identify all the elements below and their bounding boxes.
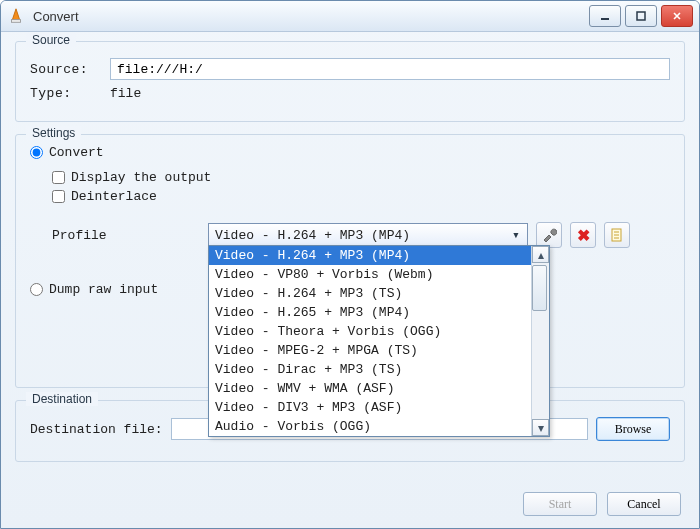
profile-selected: Video - H.264 + MP3 (MP4): [215, 228, 410, 243]
profile-dropdown: Video - H.264 + MP3 (MP4) Video - VP80 +…: [208, 245, 550, 437]
delete-profile-button[interactable]: ✖: [570, 222, 596, 248]
minimize-button[interactable]: [589, 5, 621, 27]
dropdown-scrollbar[interactable]: ▴ ▾: [531, 246, 549, 436]
convert-radio-input[interactable]: [30, 146, 43, 159]
new-doc-icon: [609, 227, 625, 243]
maximize-button[interactable]: [625, 5, 657, 27]
scroll-up-icon[interactable]: ▴: [532, 246, 549, 263]
new-profile-button[interactable]: [604, 222, 630, 248]
window-title: Convert: [33, 9, 79, 24]
profile-option[interactable]: Video - H.264 + MP3 (TS): [209, 284, 532, 303]
scroll-down-icon[interactable]: ▾: [532, 419, 549, 436]
convert-radio-label: Convert: [49, 145, 104, 160]
browse-button[interactable]: Browse: [596, 417, 670, 441]
delete-x-icon: ✖: [577, 226, 590, 245]
source-group: Source Source: Type: file: [15, 41, 685, 122]
profile-option[interactable]: Video - H.264 + MP3 (MP4): [209, 246, 532, 265]
cancel-button[interactable]: Cancel: [607, 492, 681, 516]
profile-option[interactable]: Audio - Vorbis (OGG): [209, 417, 532, 436]
profile-option[interactable]: Video - WMV + WMA (ASF): [209, 379, 532, 398]
profile-option[interactable]: Video - MPEG-2 + MPGA (TS): [209, 341, 532, 360]
destination-file-label: Destination file:: [30, 422, 163, 437]
settings-legend: Settings: [26, 126, 81, 140]
close-button[interactable]: [661, 5, 693, 27]
profile-label: Profile: [52, 228, 142, 243]
svg-rect-1: [601, 18, 609, 20]
profile-option[interactable]: Video - DIV3 + MP3 (ASF): [209, 398, 532, 417]
dump-raw-radio-label: Dump raw input: [49, 282, 158, 297]
chevron-down-icon: ▾: [507, 226, 525, 244]
scroll-thumb[interactable]: [532, 265, 547, 311]
display-output-input[interactable]: [52, 171, 65, 184]
deinterlace-input[interactable]: [52, 190, 65, 203]
deinterlace-label: Deinterlace: [71, 189, 157, 204]
deinterlace-check[interactable]: Deinterlace: [52, 189, 670, 204]
app-icon: [7, 7, 25, 25]
wrench-icon: [541, 227, 557, 243]
svg-rect-0: [12, 20, 21, 23]
convert-radio[interactable]: Convert: [30, 145, 670, 160]
convert-window: Convert Source Source: Type: file Settin…: [0, 0, 700, 529]
source-label: Source:: [30, 62, 102, 77]
profile-combo[interactable]: Video - H.264 + MP3 (MP4) ▾ Video - H.26…: [208, 223, 528, 247]
titlebar[interactable]: Convert: [1, 1, 699, 32]
source-input[interactable]: [110, 58, 670, 80]
display-output-label: Display the output: [71, 170, 211, 185]
type-value: file: [110, 86, 141, 101]
profile-option[interactable]: Video - VP80 + Vorbis (Webm): [209, 265, 532, 284]
destination-legend: Destination: [26, 392, 98, 406]
profile-option[interactable]: Video - H.265 + MP3 (MP4): [209, 303, 532, 322]
profile-combo-box[interactable]: Video - H.264 + MP3 (MP4) ▾: [208, 223, 528, 247]
start-button[interactable]: Start: [523, 492, 597, 516]
display-output-check[interactable]: Display the output: [52, 170, 670, 185]
profile-option[interactable]: Video - Dirac + MP3 (TS): [209, 360, 532, 379]
dump-raw-radio-input[interactable]: [30, 283, 43, 296]
source-legend: Source: [26, 33, 76, 47]
type-label: Type:: [30, 86, 102, 101]
svg-rect-2: [637, 12, 645, 20]
settings-group: Settings Convert Display the output Dein…: [15, 134, 685, 388]
profile-option[interactable]: Video - Theora + Vorbis (OGG): [209, 322, 532, 341]
